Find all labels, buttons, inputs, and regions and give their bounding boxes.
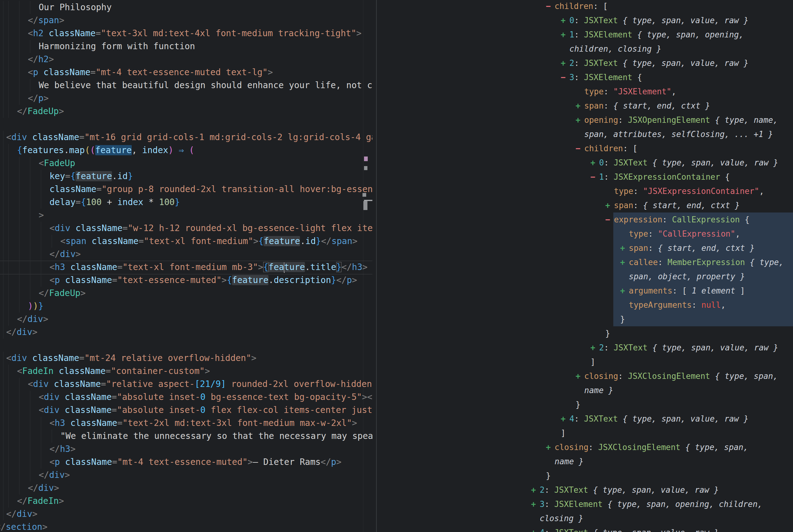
ast-tree-line[interactable]: } [0, 312, 793, 326]
ast-tree-line[interactable]: +span: { start, end, ctxt } [0, 198, 793, 212]
ast-token: typeArguments [629, 300, 692, 310]
ast-token: name } [555, 457, 584, 466]
ast-tree-line[interactable]: +arguments: [ 1 element ] [0, 284, 793, 298]
expand-node-icon[interactable]: + [591, 156, 595, 170]
ast-tree-line[interactable]: +2: JSXText { type, span, value, raw } [0, 56, 793, 70]
overview-mark-block [363, 201, 367, 210]
ast-tree-line[interactable]: −1: JSXExpressionContainer { [0, 170, 793, 184]
ast-token: { type, span, value, raw } [593, 528, 719, 532]
expand-node-icon[interactable]: + [620, 241, 625, 255]
ast-tree-line[interactable]: −children: [ [0, 0, 793, 13]
ast-token: : [692, 300, 701, 310]
ast-tree-line[interactable]: name } [0, 383, 793, 397]
ast-tree-line[interactable]: +closing: JSXClosingElement { type, span… [0, 440, 793, 454]
ast-tree-line[interactable]: name } [0, 454, 793, 469]
collapse-node-icon[interactable]: − [561, 70, 566, 84]
ast-token: : [623, 144, 633, 153]
ast-tree-line[interactable]: typeArguments: null, [0, 298, 793, 312]
ast-line-text: 2: JSXText { type, span, value, raw } [599, 341, 778, 355]
collapse-node-icon[interactable]: − [546, 0, 551, 13]
expand-node-icon[interactable]: + [531, 497, 536, 511]
ast-tree-line[interactable]: type: "JSXElement", [0, 84, 793, 99]
ast-tree-line[interactable]: } [0, 397, 793, 412]
ast-tree-line[interactable]: +4: JSXText { type, span, value, raw } [0, 412, 793, 426]
ast-token: : [604, 172, 614, 182]
ast-token: 1 [569, 30, 574, 39]
ast-token: } [576, 400, 581, 409]
app-screen: Our Philosophy</span><h2 className="text… [0, 0, 793, 532]
ast-tree-line[interactable]: } [0, 326, 793, 341]
ast-tree-line[interactable]: } [0, 469, 793, 483]
ast-token: [ [633, 144, 638, 153]
ast-token: span [584, 101, 604, 110]
ast-token: , [672, 87, 676, 96]
ast-tree-line[interactable]: span, object, property } [0, 269, 793, 284]
ast-tree-line[interactable]: +0: JSXText { type, span, value, raw } [0, 156, 793, 170]
ast-tree-line[interactable]: +callee: MemberExpression { type, [0, 255, 793, 269]
ast-token: : [574, 16, 584, 25]
expand-node-icon[interactable]: + [561, 13, 566, 27]
ast-tree-line[interactable]: +span: { start, end, ctxt } [0, 241, 793, 255]
ast-token: : [604, 158, 614, 167]
ast-tree-line[interactable]: +3: JSXElement { type, span, opening, ch… [0, 497, 793, 511]
ast-line-text: 3: JSXElement { type, span, opening, chi… [540, 497, 762, 511]
ast-token: { start, end, ctxt } [658, 243, 755, 253]
expand-node-icon[interactable]: + [620, 255, 625, 269]
ast-tree-line[interactable]: type: "CallExpression", [0, 227, 793, 241]
ast-tree-line[interactable]: −3: JSXElement { [0, 70, 793, 84]
ast-token: : [545, 485, 554, 495]
ast-tree-line[interactable]: ] [0, 355, 793, 369]
pane-divider[interactable] [376, 0, 377, 532]
expand-node-icon[interactable]: + [561, 56, 566, 70]
ast-line-text: span: { start, end, ctxt } [629, 241, 755, 255]
ast-tree-line[interactable]: +4: JSXText { type, span, value, raw } [0, 526, 793, 532]
ast-token [647, 343, 653, 352]
ast-token: 3 [540, 499, 545, 509]
ast-tree-line[interactable]: −children: [ [0, 141, 793, 156]
ast-tree-line[interactable]: children, closing } [0, 42, 793, 56]
expand-node-icon[interactable]: + [591, 341, 595, 355]
ast-tree-line[interactable]: span, attributes, selfClosing, ... +1 } [0, 127, 793, 141]
ast-tree-line[interactable]: +0: JSXText { type, span, value, raw } [0, 13, 793, 27]
ast-token [618, 58, 623, 68]
expand-node-icon[interactable]: + [576, 113, 581, 127]
expand-node-icon[interactable]: + [531, 526, 536, 532]
ast-tree-line[interactable]: +2: JSXText { type, span, value, raw } [0, 341, 793, 355]
ast-token: [ [603, 2, 608, 11]
expand-node-icon[interactable]: + [561, 412, 566, 426]
ast-tree-line[interactable]: +2: JSXText { type, span, value, raw } [0, 483, 793, 497]
ast-tree-line[interactable]: +opening: JSXOpeningElement { type, name… [0, 113, 793, 127]
ast-token: : [604, 101, 613, 110]
ast-token: : [574, 30, 584, 39]
ast-token: MemberExpression [668, 258, 745, 267]
ast-tree-line[interactable]: +span: { start, end, ctxt } [0, 99, 793, 113]
ast-line-text: span, object, property } [629, 269, 745, 284]
ast-tree-line[interactable]: −expression: CallExpression { [0, 212, 793, 227]
ast-line-text: 3: JSXElement { [569, 70, 642, 84]
collapse-node-icon[interactable]: − [576, 141, 581, 156]
expand-node-icon[interactable]: + [576, 99, 581, 113]
ast-tree-line[interactable]: +1: JSXElement { type, span, opening, [0, 27, 793, 42]
ast-token: : [604, 343, 614, 352]
expand-node-icon[interactable]: + [546, 440, 551, 454]
ast-token: 2 [599, 343, 604, 352]
collapse-node-icon[interactable]: − [591, 170, 595, 184]
ast-tree-line[interactable]: ] [0, 426, 793, 440]
ast-line-text: } [546, 469, 551, 483]
expand-node-icon[interactable]: + [605, 198, 610, 212]
overview-mark-gray [364, 166, 367, 170]
ast-token: JSXText [584, 58, 618, 68]
ast-token: : [574, 58, 584, 68]
expand-node-icon[interactable]: + [531, 483, 536, 497]
expand-node-icon[interactable]: + [620, 284, 625, 298]
ast-tree-line[interactable]: type: "JSXExpressionContainer", [0, 184, 793, 198]
ast-token: JSXText [584, 16, 618, 25]
ast-token: JSXOpeningElement [628, 115, 710, 125]
ast-line-text: closing: JSXClosingElement { type, span, [584, 369, 778, 383]
collapse-node-icon[interactable]: − [605, 212, 610, 227]
ast-tree-line[interactable]: closing } [0, 511, 793, 526]
expand-node-icon[interactable]: + [576, 369, 581, 383]
ast-tree-line[interactable]: +closing: JSXClosingElement { type, span… [0, 369, 793, 383]
expand-node-icon[interactable]: + [561, 27, 566, 42]
ast-token: type [614, 187, 633, 196]
